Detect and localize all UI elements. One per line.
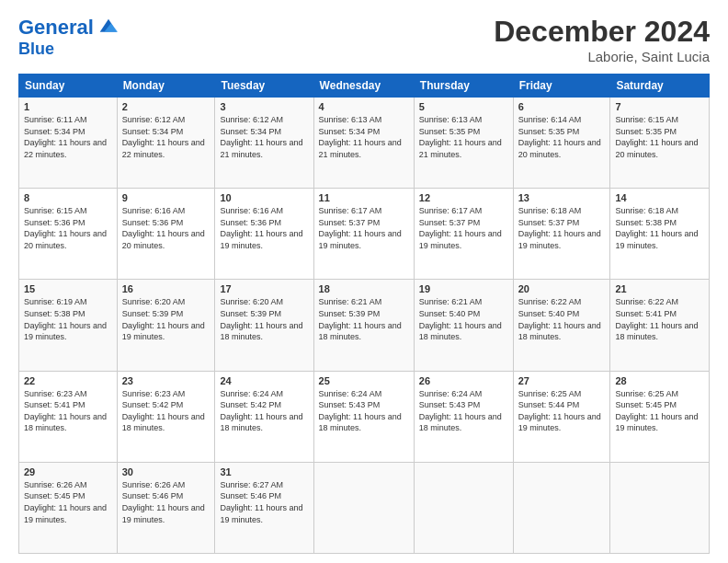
weekday-header-friday: Friday	[513, 75, 610, 98]
calendar-cell: 3Sunrise: 6:12 AMSunset: 5:34 PMDaylight…	[215, 98, 313, 189]
location: Laborie, Saint Lucia	[494, 49, 710, 64]
calendar-cell: 14Sunrise: 6:18 AMSunset: 5:38 PMDayligh…	[610, 189, 710, 280]
day-number: 8	[24, 192, 112, 203]
day-number: 9	[122, 192, 210, 203]
day-number: 13	[518, 192, 606, 203]
day-number: 2	[122, 101, 210, 112]
day-number: 5	[419, 101, 508, 112]
day-number: 3	[220, 101, 308, 112]
calendar-cell: 6Sunrise: 6:14 AMSunset: 5:35 PMDaylight…	[513, 98, 610, 189]
logo-icon	[96, 15, 121, 40]
weekday-header-thursday: Thursday	[414, 75, 513, 98]
day-info: Sunrise: 6:11 AMSunset: 5:34 PMDaylight:…	[24, 114, 112, 160]
day-info: Sunrise: 6:21 AMSunset: 5:39 PMDaylight:…	[319, 296, 409, 342]
day-info: Sunrise: 6:13 AMSunset: 5:34 PMDaylight:…	[319, 114, 409, 160]
day-number: 15	[24, 283, 112, 294]
day-info: Sunrise: 6:18 AMSunset: 5:37 PMDaylight:…	[518, 205, 606, 251]
calendar-cell: 30Sunrise: 6:26 AMSunset: 5:46 PMDayligh…	[117, 462, 215, 553]
day-info: Sunrise: 6:19 AMSunset: 5:38 PMDaylight:…	[24, 296, 112, 342]
day-number: 27	[518, 375, 606, 386]
calendar-cell: 26Sunrise: 6:24 AMSunset: 5:43 PMDayligh…	[414, 371, 513, 462]
day-info: Sunrise: 6:17 AMSunset: 5:37 PMDaylight:…	[419, 205, 508, 251]
day-info: Sunrise: 6:23 AMSunset: 5:42 PMDaylight:…	[122, 388, 210, 434]
weekday-header-saturday: Saturday	[610, 75, 710, 98]
week-row-1: 1Sunrise: 6:11 AMSunset: 5:34 PMDaylight…	[19, 98, 710, 189]
day-info: Sunrise: 6:21 AMSunset: 5:40 PMDaylight:…	[419, 296, 508, 342]
calendar-cell: 31Sunrise: 6:27 AMSunset: 5:46 PMDayligh…	[215, 462, 313, 553]
logo-blue: Blue	[18, 40, 121, 59]
day-number: 16	[122, 283, 210, 294]
day-info: Sunrise: 6:14 AMSunset: 5:35 PMDaylight:…	[518, 114, 606, 160]
calendar-cell: 5Sunrise: 6:13 AMSunset: 5:35 PMDaylight…	[414, 98, 513, 189]
day-number: 6	[518, 101, 606, 112]
calendar-cell: 18Sunrise: 6:21 AMSunset: 5:39 PMDayligh…	[313, 280, 414, 371]
day-number: 12	[419, 192, 508, 203]
calendar-cell	[313, 462, 414, 553]
day-info: Sunrise: 6:26 AMSunset: 5:45 PMDaylight:…	[24, 479, 112, 525]
day-info: Sunrise: 6:23 AMSunset: 5:41 PMDaylight:…	[24, 388, 112, 434]
week-row-5: 29Sunrise: 6:26 AMSunset: 5:45 PMDayligh…	[19, 462, 710, 553]
calendar-cell: 21Sunrise: 6:22 AMSunset: 5:41 PMDayligh…	[610, 280, 710, 371]
day-number: 1	[24, 101, 112, 112]
calendar-cell	[610, 462, 710, 553]
day-number: 24	[220, 375, 308, 386]
day-info: Sunrise: 6:18 AMSunset: 5:38 PMDaylight:…	[615, 205, 704, 251]
day-info: Sunrise: 6:12 AMSunset: 5:34 PMDaylight:…	[122, 114, 210, 160]
day-number: 18	[319, 283, 409, 294]
day-number: 22	[24, 375, 112, 386]
calendar-cell: 29Sunrise: 6:26 AMSunset: 5:45 PMDayligh…	[19, 462, 118, 553]
calendar-cell: 1Sunrise: 6:11 AMSunset: 5:34 PMDaylight…	[19, 98, 118, 189]
weekday-header-monday: Monday	[117, 75, 215, 98]
calendar-cell	[513, 462, 610, 553]
day-info: Sunrise: 6:27 AMSunset: 5:46 PMDaylight:…	[220, 479, 308, 525]
day-info: Sunrise: 6:20 AMSunset: 5:39 PMDaylight:…	[122, 296, 210, 342]
day-number: 4	[319, 101, 409, 112]
day-number: 26	[419, 375, 508, 386]
calendar-cell: 11Sunrise: 6:17 AMSunset: 5:37 PMDayligh…	[313, 189, 414, 280]
day-info: Sunrise: 6:22 AMSunset: 5:40 PMDaylight:…	[518, 296, 606, 342]
calendar-cell: 24Sunrise: 6:24 AMSunset: 5:42 PMDayligh…	[215, 371, 313, 462]
day-info: Sunrise: 6:20 AMSunset: 5:39 PMDaylight:…	[220, 296, 308, 342]
calendar-cell: 25Sunrise: 6:24 AMSunset: 5:43 PMDayligh…	[313, 371, 414, 462]
month-title: December 2024	[494, 15, 710, 49]
calendar-cell: 9Sunrise: 6:16 AMSunset: 5:36 PMDaylight…	[117, 189, 215, 280]
day-number: 17	[220, 283, 308, 294]
day-info: Sunrise: 6:16 AMSunset: 5:36 PMDaylight:…	[122, 205, 210, 251]
calendar-cell: 20Sunrise: 6:22 AMSunset: 5:40 PMDayligh…	[513, 280, 610, 371]
weekday-header-wednesday: Wednesday	[313, 75, 414, 98]
calendar-cell: 15Sunrise: 6:19 AMSunset: 5:38 PMDayligh…	[19, 280, 118, 371]
day-info: Sunrise: 6:24 AMSunset: 5:42 PMDaylight:…	[220, 388, 308, 434]
page: General Blue December 2024 Laborie, Sain…	[0, 0, 728, 563]
day-number: 25	[319, 375, 409, 386]
weekday-header-tuesday: Tuesday	[215, 75, 313, 98]
calendar-cell: 4Sunrise: 6:13 AMSunset: 5:34 PMDaylight…	[313, 98, 414, 189]
calendar-cell: 16Sunrise: 6:20 AMSunset: 5:39 PMDayligh…	[117, 280, 215, 371]
calendar-cell	[414, 462, 513, 553]
day-info: Sunrise: 6:22 AMSunset: 5:41 PMDaylight:…	[615, 296, 704, 342]
weekday-header-sunday: Sunday	[19, 75, 118, 98]
day-info: Sunrise: 6:15 AMSunset: 5:36 PMDaylight:…	[24, 205, 112, 251]
logo-text: General	[18, 17, 94, 39]
week-row-2: 8Sunrise: 6:15 AMSunset: 5:36 PMDaylight…	[19, 189, 710, 280]
calendar-cell: 7Sunrise: 6:15 AMSunset: 5:35 PMDaylight…	[610, 98, 710, 189]
day-info: Sunrise: 6:25 AMSunset: 5:45 PMDaylight:…	[615, 388, 704, 434]
calendar-cell: 8Sunrise: 6:15 AMSunset: 5:36 PMDaylight…	[19, 189, 118, 280]
day-info: Sunrise: 6:15 AMSunset: 5:35 PMDaylight:…	[615, 114, 704, 160]
day-info: Sunrise: 6:17 AMSunset: 5:37 PMDaylight:…	[319, 205, 409, 251]
day-number: 28	[615, 375, 704, 386]
day-number: 10	[220, 192, 308, 203]
day-info: Sunrise: 6:16 AMSunset: 5:36 PMDaylight:…	[220, 205, 308, 251]
weekday-header-row: SundayMondayTuesdayWednesdayThursdayFrid…	[19, 75, 710, 98]
day-number: 19	[419, 283, 508, 294]
day-number: 14	[615, 192, 704, 203]
calendar-table: SundayMondayTuesdayWednesdayThursdayFrid…	[18, 74, 710, 554]
day-number: 20	[518, 283, 606, 294]
calendar-cell: 19Sunrise: 6:21 AMSunset: 5:40 PMDayligh…	[414, 280, 513, 371]
calendar-cell: 2Sunrise: 6:12 AMSunset: 5:34 PMDaylight…	[117, 98, 215, 189]
calendar-cell: 12Sunrise: 6:17 AMSunset: 5:37 PMDayligh…	[414, 189, 513, 280]
calendar-cell: 22Sunrise: 6:23 AMSunset: 5:41 PMDayligh…	[19, 371, 118, 462]
day-number: 21	[615, 283, 704, 294]
calendar-cell: 17Sunrise: 6:20 AMSunset: 5:39 PMDayligh…	[215, 280, 313, 371]
day-info: Sunrise: 6:25 AMSunset: 5:44 PMDaylight:…	[518, 388, 606, 434]
calendar-cell: 10Sunrise: 6:16 AMSunset: 5:36 PMDayligh…	[215, 189, 313, 280]
